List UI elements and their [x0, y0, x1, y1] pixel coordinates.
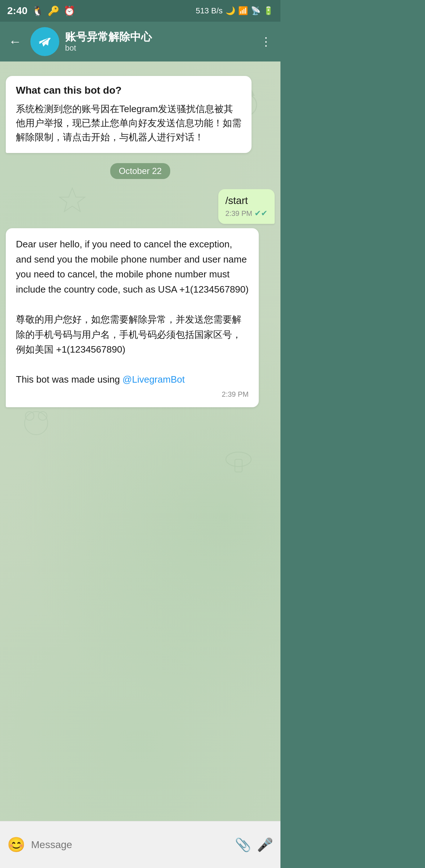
bot-response-footer-label: This bot was made using	[16, 374, 123, 385]
chat-name: 账号异常解除中心	[65, 30, 252, 43]
status-moon-icon: 🌙	[226, 6, 235, 16]
bot-response-bubble: Dear user hello, if you need to cancel t…	[6, 228, 259, 407]
status-wifi-icon: 📶	[238, 6, 248, 16]
attach-button[interactable]: 📎	[235, 837, 251, 852]
status-icon-key: 🔑	[48, 5, 59, 17]
chat-background: What can this bot do? 系统检测到您的账号因在Telegra…	[0, 61, 280, 821]
date-separator: October 22	[6, 163, 275, 179]
bot-intro-title: What can this bot do?	[16, 85, 241, 96]
bot-intro-bubble: What can this bot do? 系统检测到您的账号因在Telegra…	[6, 76, 252, 153]
emoji-button[interactable]: 😊	[7, 836, 25, 853]
user-message-time: 2:39 PM	[226, 209, 252, 218]
user-message-meta: 2:39 PM ✔✔	[226, 209, 267, 218]
input-bar: 😊 📎 🎤	[0, 821, 280, 868]
bot-intro-text: 系统检测到您的账号因在Telegram发送骚扰信息被其他用户举报，现已禁止您单向…	[16, 102, 241, 144]
status-right: 513 B/s 🌙 📶 📡 🔋	[196, 6, 273, 16]
user-message: /start 2:39 PM ✔✔	[218, 189, 275, 224]
read-receipt-icon: ✔✔	[254, 209, 267, 218]
status-icon-app: 🐧	[32, 5, 43, 17]
status-icon-alarm: ⏰	[64, 5, 75, 17]
chat-info: 账号异常解除中心 bot	[65, 30, 252, 53]
bot-response-zh: 尊敬的用户您好，如您需要解除异常，并发送您需要解除的手机号码与用户名，手机号码必…	[16, 314, 241, 355]
bot-link[interactable]: @LivegramBot	[123, 374, 185, 385]
status-left: 2:40 🐧 🔑 ⏰	[7, 5, 75, 17]
status-bar: 2:40 🐧 🔑 ⏰ 513 B/s 🌙 📶 📡 🔋	[0, 0, 280, 22]
back-button[interactable]: ←	[6, 31, 25, 52]
user-message-text: /start	[226, 195, 267, 207]
more-options-button[interactable]: ⋮	[257, 32, 275, 51]
bot-response-en: Dear user hello, if you need to cancel t…	[16, 239, 249, 295]
status-network-speed: 513 B/s	[196, 6, 223, 16]
toolbar: ← 账号异常解除中心 bot ⋮	[0, 22, 280, 61]
avatar	[30, 27, 59, 56]
mic-button[interactable]: 🎤	[257, 837, 273, 852]
bot-response-time: 2:39 PM	[16, 390, 249, 399]
chat-messages: What can this bot do? 系统检测到您的账号因在Telegra…	[0, 61, 280, 821]
chat-status: bot	[65, 43, 252, 53]
message-input[interactable]	[31, 832, 229, 858]
status-time: 2:40	[7, 5, 27, 17]
bot-response-text: Dear user hello, if you need to cancel t…	[16, 237, 249, 387]
date-badge: October 22	[110, 163, 171, 179]
status-signal-icon: 📡	[251, 6, 261, 16]
status-battery-icon: 🔋	[263, 6, 273, 16]
